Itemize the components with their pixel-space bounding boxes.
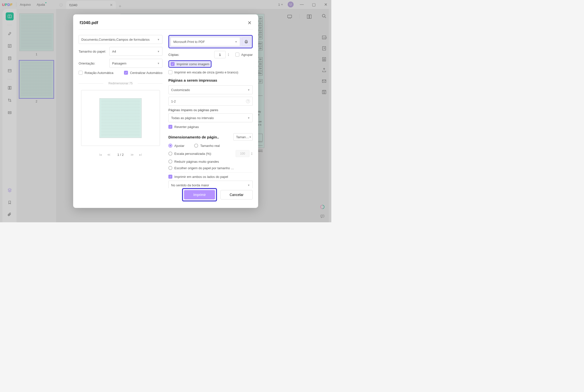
pages-range-input[interactable]: 1-2? [168, 97, 253, 106]
printer-properties-icon[interactable] [242, 38, 250, 46]
shrink-radio[interactable] [168, 160, 172, 164]
orientation-select[interactable]: Paisagem▼ [109, 59, 162, 68]
collate-checkbox[interactable] [235, 52, 239, 56]
pager-first-icon[interactable]: I◂ [97, 151, 104, 158]
help-icon[interactable]: ? [246, 99, 250, 103]
grayscale-checkbox[interactable] [168, 70, 172, 74]
auto-center-checkbox[interactable] [124, 71, 128, 75]
odd-even-label: Páginas ímpares ou páginas pares [168, 108, 253, 112]
actual-size-radio[interactable] [194, 144, 198, 148]
copies-spinner[interactable]: ▲▼ [228, 53, 229, 56]
pager-current[interactable]: 1 / 2 [114, 153, 127, 156]
print-preview [81, 90, 160, 146]
orientation-label: Orientação: [79, 62, 107, 65]
scaling-select[interactable]: Taman…▼ [233, 133, 253, 141]
printer-select[interactable]: Microsoft Print to PDF▼ [171, 37, 240, 46]
print-button[interactable]: Imprimir [184, 190, 215, 200]
close-icon[interactable]: ✕ [247, 20, 252, 26]
both-sides-checkbox[interactable] [168, 175, 172, 179]
odd-even-select[interactable]: Todas as páginas no intervalo▼ [168, 114, 253, 122]
pager-prev-icon[interactable]: ≪ [106, 151, 112, 158]
svg-rect-25 [245, 40, 247, 41]
scaling-heading: Dimensionamento de págin.. [168, 135, 231, 139]
cancel-button[interactable]: Cancelar [220, 190, 253, 200]
modal-title: f1040.pdf [80, 20, 98, 25]
scale-spinner[interactable]: ▲▼ [251, 152, 253, 155]
document-content-select[interactable]: Documento,Comentário,Campos de formulári… [79, 35, 162, 44]
choose-source-radio[interactable] [168, 166, 172, 170]
paper-size-label: Tamanho do papel: [79, 50, 107, 53]
fit-radio[interactable] [168, 144, 172, 148]
pager-next-icon[interactable]: ≫ [129, 151, 135, 158]
print-dialog: f1040.pdf ✕ Documento,Comentário,Campos … [73, 14, 258, 208]
svg-rect-24 [245, 41, 248, 43]
custom-scale-input[interactable] [236, 150, 249, 157]
pages-heading: Páginas a serem impressas [168, 78, 253, 82]
print-as-image-checkbox[interactable] [171, 62, 175, 66]
flip-select[interactable]: No sentido da borda maior▼ [168, 180, 253, 188]
auto-rotate-checkbox[interactable] [79, 71, 82, 75]
custom-scale-radio[interactable] [168, 152, 172, 156]
paper-size-select[interactable]: A4▼ [109, 47, 162, 56]
copies-label: Cópias: [168, 53, 212, 56]
resize-label: Redimensionar:75 [79, 82, 162, 85]
copies-input[interactable] [214, 51, 226, 58]
pages-mode-select[interactable]: Customizado▼ [168, 85, 253, 94]
pager-last-icon[interactable]: ▸I [137, 151, 144, 158]
reverse-pages-checkbox[interactable] [168, 125, 172, 129]
